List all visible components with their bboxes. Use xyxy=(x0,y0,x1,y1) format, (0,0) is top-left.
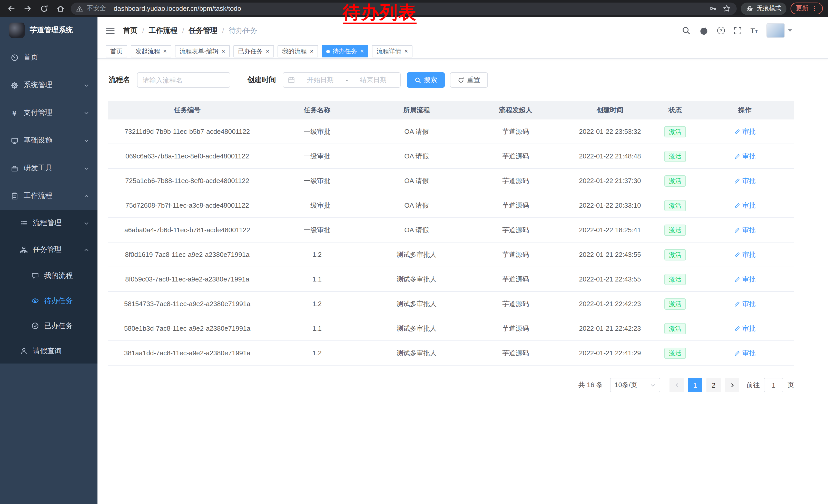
user-menu[interactable] xyxy=(767,23,792,38)
col-task-id: 任务编号 xyxy=(108,106,267,115)
end-date-placeholder[interactable]: 结束日期 xyxy=(351,75,396,85)
tab[interactable]: 首页 xyxy=(106,45,127,57)
tab-close-icon[interactable]: × xyxy=(310,48,314,54)
search-button-filter[interactable]: 搜索 xyxy=(407,72,445,88)
table-body: 73211d9d-7b9b-11ec-b5b7-acde48001122 一级审… xyxy=(108,120,794,366)
cell-initiator: 芋道源码 xyxy=(466,349,565,358)
cell-task-name: 一级审批 xyxy=(267,151,367,161)
date-range-picker[interactable]: 开始日期 - 结束日期 xyxy=(283,72,401,88)
start-date-placeholder[interactable]: 开始日期 xyxy=(298,75,343,85)
avatar[interactable] xyxy=(767,23,785,38)
search-button[interactable] xyxy=(682,26,691,35)
sidebar-item-done-tasks[interactable]: 已办任务 xyxy=(0,313,97,338)
pencil-icon xyxy=(734,178,740,184)
screenshot-root: 不安全 dashboard.yudao.iocoder.cn/bpm/task/… xyxy=(0,0,828,504)
approve-link[interactable]: 审批 xyxy=(734,201,756,210)
chevron-left-icon xyxy=(674,382,679,388)
sidebar-item-devtools[interactable]: 研发工具 xyxy=(0,154,97,182)
page-content: 流程名 创建时间 开始日期 - 结束日期 搜索 重 xyxy=(97,59,828,504)
sidebar-item-leave-query[interactable]: 请假查询 xyxy=(0,338,97,364)
password-key-button[interactable] xyxy=(707,3,718,13)
tab[interactable]: 发起流程× xyxy=(131,45,171,57)
col-created: 创建时间 xyxy=(565,106,655,115)
page-button-2[interactable]: 2 xyxy=(706,378,721,392)
chevron-up-icon xyxy=(84,193,89,199)
col-actions: 操作 xyxy=(696,106,794,115)
tab[interactable]: 我的流程× xyxy=(278,45,318,57)
tab-label: 首页 xyxy=(110,47,123,56)
incognito-icon xyxy=(746,5,754,12)
sidebar-item-process-management[interactable]: 流程管理 xyxy=(0,210,97,236)
tab-close-icon[interactable]: × xyxy=(163,48,167,54)
page-button-1[interactable]: 1 xyxy=(688,378,702,392)
sidebar-item-infrastructure[interactable]: 基础设施 xyxy=(0,127,97,154)
sidebar-item-system[interactable]: 系统管理 xyxy=(0,71,97,99)
chevron-down-icon xyxy=(84,82,89,88)
cell-initiator: 芋道源码 xyxy=(466,299,565,308)
not-secure-warning-icon xyxy=(76,5,83,12)
active-tab-dot xyxy=(326,49,330,53)
approve-link[interactable]: 审批 xyxy=(734,151,756,161)
browser-forward-button[interactable] xyxy=(22,2,34,15)
approve-link[interactable]: 审批 xyxy=(734,299,756,308)
goto-page-input[interactable] xyxy=(764,378,783,392)
approve-link[interactable]: 审批 xyxy=(734,176,756,185)
cell-task-name: 1.1 xyxy=(267,275,367,283)
tab-active[interactable]: 待办任务× xyxy=(322,45,368,57)
fullscreen-button[interactable] xyxy=(734,27,742,35)
tab-close-icon[interactable]: × xyxy=(404,48,408,54)
font-size-button[interactable]: TT xyxy=(750,27,758,35)
tab[interactable]: 流程详情× xyxy=(372,45,412,57)
process-name-input[interactable] xyxy=(137,72,230,88)
cell-task-name: 一级审批 xyxy=(267,176,367,185)
bookmark-star-button[interactable] xyxy=(721,3,732,13)
sidebar-item-home[interactable]: 首页 xyxy=(0,44,97,71)
search-icon xyxy=(682,26,691,35)
reset-button[interactable]: 重置 xyxy=(450,72,488,88)
approve-link[interactable]: 审批 xyxy=(734,349,756,358)
help-button[interactable]: ? xyxy=(717,27,725,34)
page-size-select[interactable]: 10条/页 xyxy=(610,378,660,392)
search-icon xyxy=(415,77,421,83)
pencil-icon xyxy=(734,202,740,209)
tags-view-bar: 首页发起流程×流程表单-编辑×已办任务×我的流程×待办任务×流程详情× xyxy=(97,44,828,59)
approve-link[interactable]: 审批 xyxy=(734,275,756,284)
monitor-icon xyxy=(10,136,18,145)
sidebar-item-task-management[interactable]: 任务管理 xyxy=(0,236,97,263)
approve-link[interactable]: 审批 xyxy=(734,225,756,235)
pagination: 共 16 条 10条/页 1 2 前往 xyxy=(97,378,794,392)
tab[interactable]: 已办任务× xyxy=(234,45,274,57)
tab[interactable]: 流程表单-编辑× xyxy=(175,45,230,57)
browser-reload-button[interactable] xyxy=(38,2,50,15)
approve-link[interactable]: 审批 xyxy=(734,250,756,259)
tab-close-icon[interactable]: × xyxy=(266,48,269,54)
approve-link[interactable]: 审批 xyxy=(734,127,756,136)
caret-down-icon xyxy=(788,29,792,32)
breadcrumb-workflow[interactable]: 工作流程 xyxy=(149,26,177,35)
tab-label: 流程表单-编辑 xyxy=(179,47,218,56)
approve-link[interactable]: 审批 xyxy=(734,324,756,333)
cell-created: 2022-01-22 21:37:30 xyxy=(565,177,655,185)
sidebar-item-payment[interactable]: ¥ 支付管理 xyxy=(0,99,97,127)
breadcrumb-task-management[interactable]: 任务管理 xyxy=(189,26,217,35)
sidebar-collapse-button[interactable] xyxy=(106,27,115,35)
key-icon xyxy=(709,5,716,12)
next-page-button[interactable] xyxy=(725,378,739,392)
update-button[interactable]: 更新 xyxy=(791,3,823,14)
cell-task-id: 725a1eb6-7b88-11ec-8ef0-acde48001122 xyxy=(108,177,267,185)
sidebar-item-workflow[interactable]: 工作流程 xyxy=(0,182,97,210)
github-button[interactable] xyxy=(699,26,708,35)
kebab-menu-icon[interactable] xyxy=(811,5,818,12)
sidebar-item-my-process[interactable]: 我的流程 xyxy=(0,263,97,288)
tab-close-icon[interactable]: × xyxy=(360,48,364,54)
tab-close-icon[interactable]: × xyxy=(222,48,225,54)
tab-label: 已办任务 xyxy=(238,47,263,56)
prev-page-button[interactable] xyxy=(669,378,684,392)
sidebar-item-todo-tasks[interactable]: 待办任务 xyxy=(0,288,97,313)
cell-created: 2022-01-22 21:48:48 xyxy=(565,152,655,160)
total-count: 共 16 条 xyxy=(578,380,603,390)
incognito-label: 无痕模式 xyxy=(757,4,781,13)
breadcrumb-home[interactable]: 首页 xyxy=(123,26,137,35)
browser-home-button[interactable] xyxy=(54,2,67,15)
browser-back-button[interactable] xyxy=(5,2,17,15)
